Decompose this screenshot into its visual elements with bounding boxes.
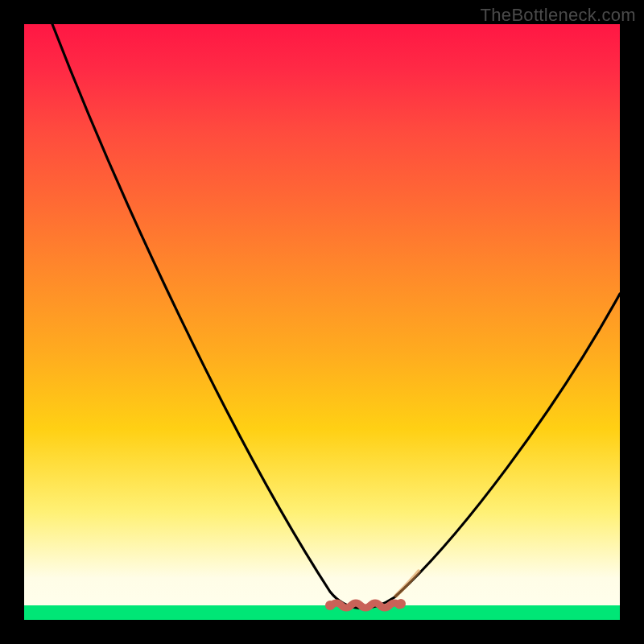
svg-point-1 [396,599,406,609]
chart-frame: TheBottleneck.com [0,0,644,644]
optimal-range-marker [325,599,406,610]
curve-accent-right [396,572,419,596]
svg-point-0 [325,601,335,610]
curve-svg [24,24,620,620]
watermark-text: TheBottleneck.com [481,5,636,26]
plot-area [24,24,620,620]
bottleneck-curve-path [52,24,620,609]
